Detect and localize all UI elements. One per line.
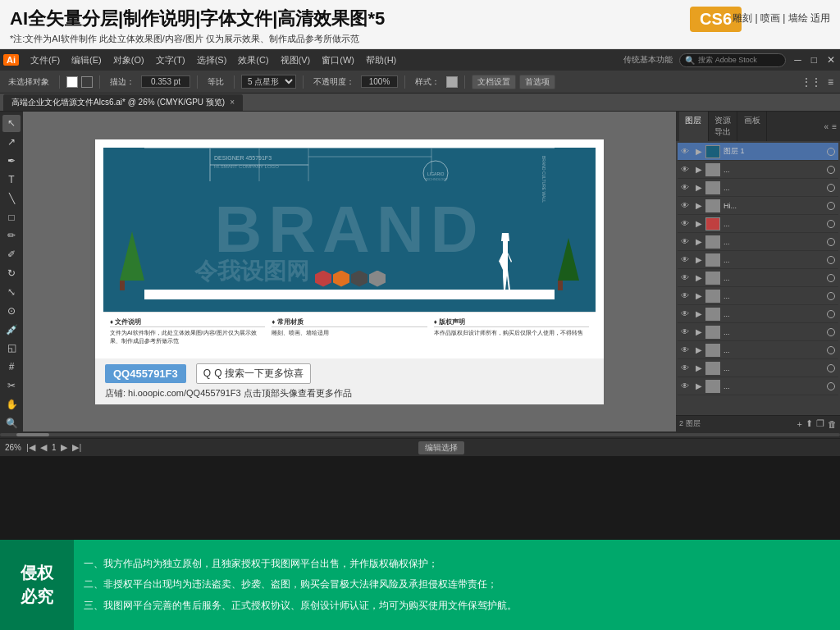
eyedropper-tool[interactable]: 💉 xyxy=(2,321,21,338)
zoom-tool[interactable]: 🔍 xyxy=(2,414,21,431)
delete-layer-button[interactable]: 🗑 xyxy=(828,419,837,429)
direct-selection-tool[interactable]: ↗ xyxy=(2,134,21,151)
visibility-icon-12[interactable]: 👁 xyxy=(681,345,692,354)
expand-icon-12[interactable]: ▶ xyxy=(696,345,702,354)
scissors-tool[interactable]: ✂ xyxy=(2,377,21,395)
style-swatch[interactable] xyxy=(446,76,458,88)
rotate-tool[interactable]: ↻ xyxy=(2,265,21,282)
expand-icon-1[interactable]: ▶ xyxy=(696,147,702,156)
type-tool[interactable]: T xyxy=(2,171,21,188)
arrange-icon[interactable]: ⋮⋮ xyxy=(800,75,823,89)
layer-target-13[interactable] xyxy=(827,364,835,372)
expand-icon-4[interactable]: ▶ xyxy=(696,201,702,210)
move-to-new-button[interactable]: ⬆ xyxy=(806,418,813,429)
expand-icon-3[interactable]: ▶ xyxy=(696,183,702,192)
layer-item-3[interactable]: 👁 ▶ ... xyxy=(678,179,838,197)
panel-collapse-icon[interactable]: « xyxy=(824,122,829,131)
layer-target-5[interactable] xyxy=(827,220,835,228)
menu-text[interactable]: 文字(T) xyxy=(151,52,190,68)
search-bar[interactable]: 🔍 搜索 Adobe Stock xyxy=(679,53,786,67)
layer-item-13[interactable]: 👁 ▶ ... xyxy=(678,359,838,377)
expand-icon-8[interactable]: ▶ xyxy=(696,273,702,282)
layer-target-12[interactable] xyxy=(827,346,835,354)
selection-tool[interactable]: ↖ xyxy=(2,115,21,132)
visibility-icon-14[interactable]: 👁 xyxy=(681,381,692,390)
expand-icon-5[interactable]: ▶ xyxy=(696,219,702,228)
first-page-button[interactable]: |◀ xyxy=(26,442,35,453)
rect-tool[interactable]: □ xyxy=(2,208,21,226)
prev-page-button[interactable]: ◀ xyxy=(40,442,47,453)
last-page-button[interactable]: ▶| xyxy=(72,442,81,453)
new-layer-button[interactable]: + xyxy=(797,419,802,429)
layer-item-10[interactable]: 👁 ▶ ... xyxy=(678,305,838,323)
scale-tool[interactable]: ⤡ xyxy=(2,283,21,300)
menu-select[interactable]: 选择(S) xyxy=(192,52,232,68)
layer-target-9[interactable] xyxy=(827,292,835,300)
visibility-icon-2[interactable]: 👁 xyxy=(681,165,692,174)
layer-target-8[interactable] xyxy=(827,274,835,282)
layer-item-8[interactable]: 👁 ▶ ... xyxy=(678,269,838,287)
layer-target-3[interactable] xyxy=(827,184,835,192)
stroke-value-input[interactable] xyxy=(141,75,190,88)
expand-icon-10[interactable]: ▶ xyxy=(696,309,702,318)
visibility-icon-4[interactable]: 👁 xyxy=(681,201,692,210)
fill-swatch[interactable] xyxy=(66,76,78,88)
visibility-icon-3[interactable]: 👁 xyxy=(681,183,692,192)
preferences-button[interactable]: 首选项 xyxy=(519,75,555,89)
scroll-thumb[interactable] xyxy=(16,433,49,436)
menu-file[interactable]: 文件(F) xyxy=(25,52,65,68)
minimize-icon[interactable]: ─ xyxy=(792,52,803,67)
expand-icon-9[interactable]: ▶ xyxy=(696,291,702,300)
layer-item-4[interactable]: 👁 ▶ Hi... xyxy=(678,197,838,215)
blend-tool[interactable]: ⊙ xyxy=(2,302,21,319)
layer-target-4[interactable] xyxy=(827,202,835,210)
visibility-icon-6[interactable]: 👁 xyxy=(681,237,692,246)
layer-item-5[interactable]: 👁 ▶ ... xyxy=(678,215,838,233)
menu-edit[interactable]: 编辑(E) xyxy=(66,52,107,68)
panel-menu-icon[interactable]: ≡ xyxy=(832,122,837,131)
visibility-icon-8[interactable]: 👁 xyxy=(681,273,692,282)
visibility-icon-7[interactable]: 👁 xyxy=(681,255,692,264)
layer-item-9[interactable]: 👁 ▶ ... xyxy=(678,287,838,305)
workspace-label[interactable]: 传统基本功能 xyxy=(623,54,673,66)
menu-effect[interactable]: 效果(C) xyxy=(233,52,273,68)
gradient-tool[interactable]: ◱ xyxy=(2,340,21,357)
paintbrush-tool[interactable]: ✏ xyxy=(2,227,21,244)
pencil-tool[interactable]: ✐ xyxy=(2,246,21,263)
expand-icon-14[interactable]: ▶ xyxy=(696,381,702,390)
visibility-icon-11[interactable]: 👁 xyxy=(681,327,692,336)
active-tab[interactable]: 高端企业文化墙源文件Alcs6.ai* @ 26% (CMYK/GPU 预览) … xyxy=(3,94,243,111)
layer-item-14[interactable]: 👁 ▶ ... xyxy=(678,377,838,395)
search-link[interactable]: Q Q 搜索一下更多惊喜 xyxy=(196,363,311,384)
menu-window[interactable]: 窗口(W) xyxy=(317,52,359,68)
visibility-icon-5[interactable]: 👁 xyxy=(681,219,692,228)
expand-icon-2[interactable]: ▶ xyxy=(696,165,702,174)
close-icon[interactable]: ✕ xyxy=(825,52,837,67)
layer-target-10[interactable] xyxy=(827,310,835,318)
point-shape-select[interactable]: 5 点星形 xyxy=(241,75,296,89)
layer-item-1[interactable]: 👁 ▶ 图层 1 xyxy=(678,143,838,161)
line-tool[interactable]: ╲ xyxy=(2,189,21,207)
menu-object[interactable]: 对象(O) xyxy=(108,52,149,68)
next-page-button[interactable]: ▶ xyxy=(61,442,67,453)
duplicate-layer-button[interactable]: ❐ xyxy=(816,418,824,429)
layer-target-14[interactable] xyxy=(827,382,835,390)
layer-target-11[interactable] xyxy=(827,328,835,336)
layer-item-2[interactable]: 👁 ▶ ... xyxy=(678,161,838,179)
layer-item-6[interactable]: 👁 ▶ ... xyxy=(678,233,838,251)
layer-item-7[interactable]: 👁 ▶ ... xyxy=(678,251,838,269)
panel-tab-layers[interactable]: 图层 xyxy=(679,112,709,141)
layer-target-1[interactable] xyxy=(827,148,835,156)
expand-icon-7[interactable]: ▶ xyxy=(696,255,702,264)
maximize-icon[interactable]: □ xyxy=(810,52,819,67)
panel-tab-export[interactable]: 资源导出 xyxy=(709,112,738,141)
opacity-input[interactable] xyxy=(361,75,398,88)
layer-target-2[interactable] xyxy=(827,166,835,174)
stroke-swatch[interactable] xyxy=(81,76,93,88)
pen-tool[interactable]: ✒ xyxy=(2,153,21,170)
mesh-tool[interactable]: # xyxy=(2,358,21,376)
visibility-icon-10[interactable]: 👁 xyxy=(681,309,692,318)
panel-options-icon[interactable]: ≡ xyxy=(826,75,835,89)
horizontal-scrollbar[interactable] xyxy=(0,431,840,438)
doc-settings-button[interactable]: 文档设置 xyxy=(472,75,516,89)
